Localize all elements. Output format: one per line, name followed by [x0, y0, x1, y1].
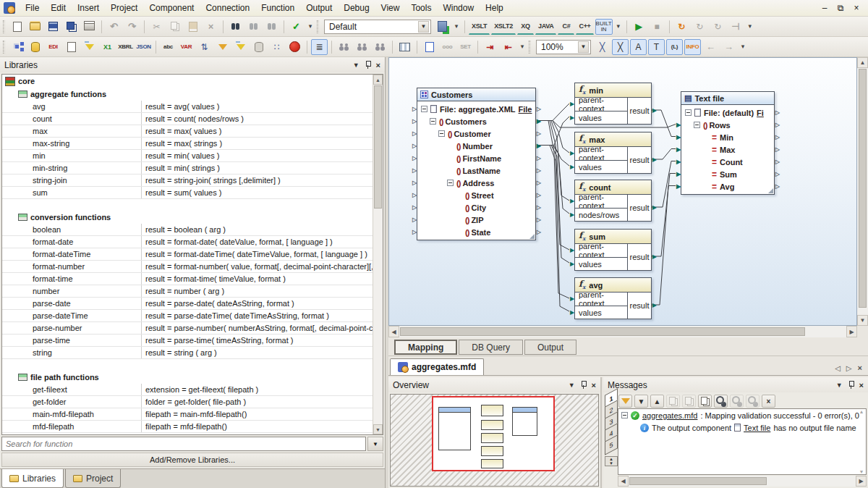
panel-menu-icon[interactable]: ▼	[569, 382, 575, 389]
function-row[interactable]: avg result = avg( values )	[2, 101, 383, 113]
toolbar-overflow[interactable]: ▾	[452, 19, 461, 35]
function-row[interactable]: format-time result = format-time( timeVa…	[2, 273, 383, 285]
component-manager-button[interactable]	[434, 19, 451, 35]
function-row[interactable]: number result = number ( arg )	[2, 285, 383, 298]
scrollbar-thumb[interactable]	[629, 477, 767, 485]
print-button[interactable]	[81, 19, 98, 35]
function-input[interactable]: ▶parent-context	[575, 244, 627, 257]
output-connector[interactable]: ▶	[652, 157, 657, 163]
close-document-icon[interactable]: ×	[858, 363, 862, 372]
java-button[interactable]: JAVA	[535, 19, 556, 35]
scrollbar-thumb[interactable]	[859, 69, 867, 308]
scroll-right-icon[interactable]: ▶	[856, 476, 867, 487]
function-input[interactable]: ▶values	[575, 111, 627, 124]
sep[interactable]	[331, 41, 332, 54]
function-row[interactable]: get-folder folder = get-folder( file-pat…	[2, 396, 383, 408]
node-settings-button[interactable]: ooo	[439, 39, 456, 55]
library-core-node[interactable]: core	[2, 75, 383, 88]
messages-vertical-scroll[interactable]: ▲▼	[857, 409, 866, 474]
message-row[interactable]: i The output component Text file has no …	[618, 421, 866, 434]
save-all-button[interactable]	[63, 19, 80, 35]
toolbar-grip[interactable]	[3, 41, 5, 54]
output-connector[interactable]: ▷	[537, 205, 541, 211]
input-connector[interactable]: ▶	[676, 122, 681, 128]
delete-button[interactable]: ×	[203, 19, 219, 35]
filter-messages-button[interactable]	[618, 395, 632, 408]
menu-item[interactable]: Insert	[72, 1, 105, 15]
open-file-button[interactable]	[27, 19, 43, 35]
sep[interactable]	[307, 41, 307, 54]
goto-output-button[interactable]: ⇤	[500, 39, 516, 55]
xslt2-button[interactable]: XSLT2	[491, 19, 516, 35]
output-connector[interactable]: ▷	[775, 172, 780, 177]
close-button[interactable]: ×	[849, 2, 864, 14]
input-connector[interactable]: ▶	[676, 159, 681, 165]
copy-message-and-children-button[interactable]	[682, 395, 696, 408]
find-previous-button[interactable]	[263, 19, 280, 35]
row-address[interactable]: ▷ Address ▷	[417, 177, 535, 189]
menu-item[interactable]: Help	[480, 1, 509, 15]
menu-item[interactable]: Function	[255, 1, 300, 15]
function-result[interactable]: result▶	[627, 195, 651, 221]
pin-icon[interactable]	[365, 61, 371, 69]
input-connector[interactable]: ▶	[570, 115, 574, 121]
insert-input-button[interactable]: ⊣	[728, 19, 744, 35]
stop-button[interactable]: ■	[649, 19, 665, 35]
sep[interactable]	[223, 20, 224, 33]
add-remove-libraries-button[interactable]: Add/Remove Libraries...	[1, 453, 383, 467]
connect-recursively-button[interactable]	[372, 39, 388, 55]
output-connector[interactable]: ▶	[537, 143, 541, 149]
sep[interactable]	[144, 20, 145, 33]
toolbar-overflow[interactable]: ▾	[518, 39, 527, 55]
row-customer[interactable]: ▷ Customer ▷	[417, 127, 535, 140]
toolbar-grip[interactable]	[529, 41, 531, 54]
input-connector[interactable]: ▷	[412, 143, 417, 149]
sep[interactable]	[464, 20, 465, 33]
menu-item[interactable]: Debug	[338, 1, 375, 15]
chevron-down-icon[interactable]: ▼	[418, 21, 429, 33]
output-connector[interactable]: ▶	[652, 254, 657, 260]
function-row[interactable]: boolean result = boolean ( arg )	[2, 224, 383, 236]
output-connector[interactable]: ▷	[775, 184, 780, 190]
output-connector[interactable]: ▷	[537, 193, 541, 198]
function-row[interactable]: parse-date result = parse-date( dateAsSt…	[2, 298, 383, 310]
zoom-combo[interactable]: 100% ▼	[536, 40, 591, 54]
function-input[interactable]: ▶nodes/rows	[575, 208, 627, 221]
function-input[interactable]: ▶values	[575, 257, 627, 270]
function-row[interactable]: format-dateTime result = format-dateTime…	[2, 248, 383, 261]
view-tab[interactable]: Mapping	[394, 340, 457, 355]
output-connector[interactable]: ▶	[652, 303, 657, 308]
output-connector[interactable]: ▷	[537, 156, 541, 161]
input-connector[interactable]: ▷	[412, 156, 417, 161]
sep[interactable]	[477, 41, 478, 54]
scroll-up-icon[interactable]: ▲	[857, 57, 868, 68]
canvas-vertical-scrollbar[interactable]: ▲ ▼	[857, 57, 868, 326]
row-street[interactable]: ▷ Street ▷	[417, 189, 535, 201]
scrollbar-thumb[interactable]	[374, 85, 382, 209]
function-result[interactable]: result▶	[627, 244, 651, 270]
input-connector[interactable]: ▷	[412, 193, 417, 198]
function-input[interactable]: ▶parent-context	[575, 147, 627, 160]
input-connector[interactable]: ▶	[676, 184, 681, 190]
sep[interactable]	[417, 41, 417, 54]
function-row[interactable]: min-string result = min( strings )	[2, 162, 383, 174]
input-connector[interactable]: ▷	[412, 217, 417, 223]
function-row[interactable]: get-fileext extension = get-fileext( fil…	[2, 384, 383, 396]
output-connector[interactable]: ▷	[537, 180, 541, 186]
db-query-button[interactable]	[396, 39, 413, 55]
row-max[interactable]: ▶ Max ▷	[681, 143, 774, 156]
validate-mapping-button[interactable]	[288, 19, 305, 35]
input-connector[interactable]: ▷	[412, 131, 417, 137]
pin-icon[interactable]	[848, 381, 854, 389]
file-link[interactable]: File	[519, 105, 532, 114]
insert-mapping-button[interactable]	[81, 39, 98, 55]
menu-item[interactable]: File	[20, 1, 45, 15]
sep[interactable]	[669, 20, 670, 33]
insert-node-function-button[interactable]: ∷	[268, 39, 285, 55]
function-max[interactable]: fxmax ▶parent-context ▶values result▶	[574, 132, 652, 174]
library-group-conversion[interactable]: conversion functions	[2, 211, 383, 224]
redo-button[interactable]: ↷	[124, 19, 140, 35]
sep[interactable]	[284, 20, 284, 33]
insert-edi-button[interactable]: EDI	[45, 39, 61, 55]
function-row[interactable]: parse-number result = parse-number( numb…	[2, 322, 383, 335]
